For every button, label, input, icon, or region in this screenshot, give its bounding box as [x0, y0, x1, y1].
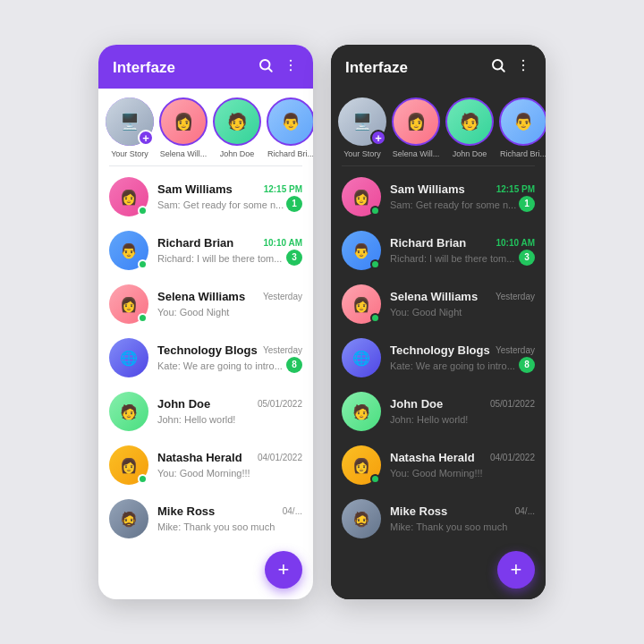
light-chat-tech-avatar: 🌐: [109, 338, 148, 377]
light-story-add-btn[interactable]: +: [138, 130, 154, 146]
dark-story-richard-label: Richard Bri...: [500, 149, 546, 158]
light-chat-johndoe-avatar-wrap: 🧑: [109, 392, 148, 431]
light-story-richard[interactable]: 👨 Richard Bri...: [267, 97, 313, 158]
dark-chat-natasha[interactable]: 👩 Natasha Herald 04/01/2022 You: Good Mo…: [331, 438, 546, 492]
dark-chat-sam[interactable]: 👩 Sam Williams 12:15 PM Sam: Get ready f…: [331, 170, 546, 224]
light-johndoe-name: John Doe: [157, 397, 210, 411]
dark-search-icon[interactable]: [490, 57, 506, 78]
dark-story-richard[interactable]: 👨 Richard Bri...: [499, 97, 546, 158]
dark-chat-richard[interactable]: 👨 Richard Brian 10:10 AM Richard: I will…: [331, 224, 546, 277]
dark-selena-name: Selena Williams: [390, 290, 478, 303]
dark-fab[interactable]: +: [497, 551, 535, 589]
svg-point-7: [522, 60, 524, 62]
dark-chat-tech-content: Technology Blogs Yesterday Kate: We are …: [390, 343, 535, 373]
dark-sam-online: [370, 206, 380, 216]
light-richard-time: 10:10 AM: [263, 238, 302, 248]
dark-menu-icon[interactable]: [515, 57, 531, 78]
light-fab[interactable]: +: [265, 551, 302, 589]
dark-mike-time: 04/...: [515, 506, 535, 516]
dark-chat-johndoe[interactable]: 🧑 John Doe 05/01/2022 John: Hello world!: [331, 385, 546, 438]
light-search-icon[interactable]: [258, 57, 274, 78]
dark-story-john[interactable]: 🧑 John Doe: [445, 97, 494, 158]
light-mike-time: 04/...: [283, 506, 302, 516]
svg-point-8: [522, 64, 524, 66]
dark-mike-name: Mike Ross: [390, 504, 447, 518]
dark-story-selena[interactable]: 👩 Selena Will...: [392, 97, 440, 158]
dark-chat-mike-avatar-wrap: 🧔: [342, 499, 381, 538]
dark-chat-richard-content: Richard Brian 10:10 AM Richard: I will b…: [390, 236, 535, 266]
dark-chat-selena[interactable]: 👩 Selena Williams Yesterday You: Good Ni…: [331, 277, 546, 331]
light-chat-selena-content: Selena Williams Yesterday You: Good Nigh…: [157, 290, 302, 319]
light-mike-name: Mike Ross: [157, 504, 215, 518]
light-selena-online: [138, 313, 148, 323]
light-story-selena[interactable]: 👩 Selena Will...: [159, 97, 208, 158]
dark-stories: 🖥️ + Your Story 👩 Selena Will...: [331, 89, 546, 165]
dark-chat-mike[interactable]: 🧔 Mike Ross 04/... Mike: Thank you soo m…: [331, 492, 546, 546]
dark-selena-online: [370, 313, 380, 323]
light-chat-natasha-avatar-wrap: 👩: [109, 445, 148, 485]
light-johndoe-preview: John: Hello world!: [157, 414, 235, 425]
light-menu-icon[interactable]: [283, 57, 299, 78]
light-chat-richard-content: Richard Brian 10:10 AM Richard: I will b…: [157, 236, 302, 266]
light-app-title: Interfaze: [113, 59, 175, 77]
dark-mike-preview: Mike: Thank you soo much: [390, 521, 507, 532]
phone-dark: Interfaze 🖥️ + Your Story: [331, 45, 546, 599]
light-chat-tech-content: Technology Blogs Yesterday Kate: We are …: [157, 343, 302, 373]
dark-chat-tech[interactable]: 🌐 Technology Blogs Yesterday Kate: We ar…: [331, 331, 546, 385]
dark-tech-name: Technology Blogs: [390, 343, 490, 357]
light-richard-online: [138, 259, 148, 269]
dark-story-add-btn[interactable]: +: [370, 130, 386, 146]
light-johndoe-time: 05/01/2022: [258, 399, 302, 409]
light-sam-preview: Sam: Get ready for some n...: [157, 199, 284, 210]
light-chat-tech[interactable]: 🌐 Technology Blogs Yesterday Kate: We ar…: [98, 331, 313, 385]
light-chat-selena[interactable]: 👩 Selena Williams Yesterday You: Good Ni…: [98, 277, 313, 331]
light-chat-mike-avatar: 🧔: [109, 499, 148, 538]
light-selena-name: Selena Williams: [157, 290, 245, 303]
light-chat-richard-avatar-wrap: 👨: [109, 231, 148, 270]
dark-richard-time: 10:10 AM: [496, 238, 535, 248]
light-tech-badge: 8: [286, 357, 302, 373]
light-chat-tech-avatar-wrap: 🌐: [109, 338, 148, 377]
light-chat-natasha[interactable]: 👩 Natasha Herald 04/01/2022 You: Good Mo…: [98, 438, 313, 492]
dark-chat-mike-content: Mike Ross 04/... Mike: Thank you soo muc…: [390, 504, 535, 534]
light-natasha-time: 04/01/2022: [258, 453, 302, 462]
light-chat-selena-avatar-wrap: 👩: [109, 284, 148, 324]
dark-chat-natasha-avatar-wrap: 👩: [342, 445, 381, 485]
light-chat-mike-avatar-wrap: 🧔: [109, 499, 148, 538]
dark-chat-richard-avatar-wrap: 👨: [342, 231, 381, 270]
dark-story-your[interactable]: 🖥️ + Your Story: [338, 97, 386, 158]
light-story-your[interactable]: 🖥️ + Your Story: [106, 97, 154, 158]
dark-johndoe-preview: John: Hello world!: [390, 414, 468, 425]
phones-container: Interfaze 🖥️ +: [72, 18, 572, 626]
light-chat-richard[interactable]: 👨 Richard Brian 10:10 AM Richard: I will…: [98, 224, 313, 277]
light-header: Interfaze: [98, 45, 313, 89]
light-natasha-name: Natasha Herald: [157, 451, 242, 464]
light-chat-johndoe[interactable]: 🧑 John Doe 05/01/2022 John: Hello world!: [98, 385, 313, 438]
light-richard-badge: 3: [286, 250, 302, 266]
dark-chat-johndoe-content: John Doe 05/01/2022 John: Hello world!: [390, 397, 535, 427]
svg-point-9: [522, 69, 524, 71]
light-story-john[interactable]: 🧑 John Doe: [213, 97, 261, 158]
light-chat-mike[interactable]: 🧔 Mike Ross 04/... Mike: Thank you soo m…: [98, 492, 313, 546]
dark-johndoe-time: 05/01/2022: [490, 399, 535, 409]
dark-chat-johndoe-avatar: 🧑: [342, 392, 381, 431]
light-selena-preview: You: Good Night: [157, 307, 229, 318]
dark-chat-tech-avatar-wrap: 🌐: [342, 338, 381, 377]
light-story-selena-label: Selena Will...: [160, 149, 208, 158]
dark-natasha-time: 04/01/2022: [490, 453, 535, 462]
dark-richard-online: [370, 259, 380, 269]
dark-chat-natasha-content: Natasha Herald 04/01/2022 You: Good Morn…: [390, 451, 535, 480]
light-sam-online: [138, 206, 148, 216]
light-chat-mike-content: Mike Ross 04/... Mike: Thank you soo muc…: [157, 504, 302, 534]
dark-chat-selena-avatar-wrap: 👩: [342, 284, 381, 324]
light-richard-name: Richard Brian: [157, 236, 233, 250]
dark-chat-list: 👩 Sam Williams 12:15 PM Sam: Get ready f…: [331, 166, 546, 599]
light-selena-time: Yesterday: [263, 292, 302, 301]
light-chat-sam[interactable]: 👩 Sam Williams 12:15 PM Sam: Get ready f…: [98, 170, 313, 224]
dark-selena-preview: You: Good Night: [390, 307, 462, 318]
light-chat-natasha-content: Natasha Herald 04/01/2022 You: Good Morn…: [157, 451, 302, 480]
light-header-icons: [258, 57, 299, 78]
dark-richard-badge: 3: [519, 250, 535, 266]
dark-chat-selena-content: Selena Williams Yesterday You: Good Nigh…: [390, 290, 535, 319]
light-richard-preview: Richard: I will be there tom...: [157, 253, 282, 264]
